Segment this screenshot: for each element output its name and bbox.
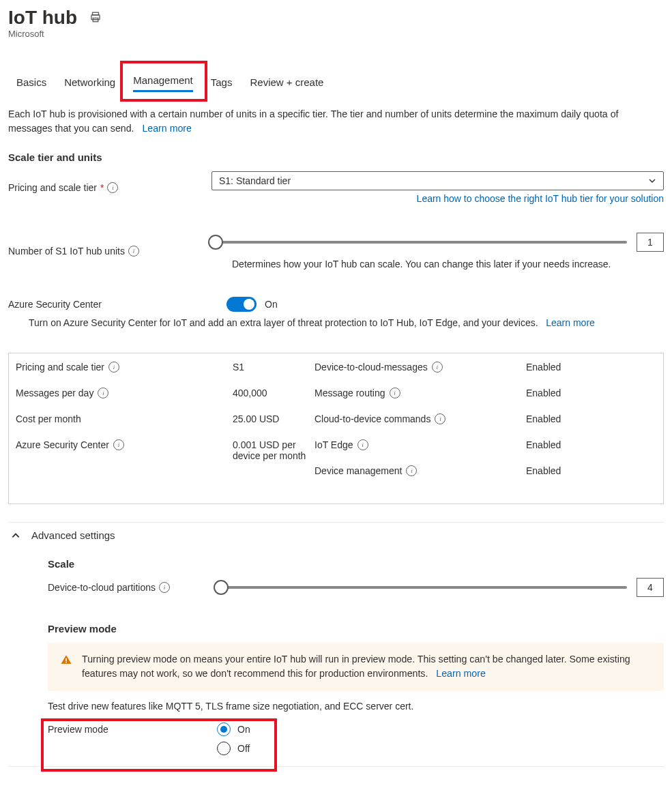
info-icon[interactable] <box>357 439 368 450</box>
svg-rect-3 <box>65 658 67 662</box>
svg-rect-4 <box>65 662 67 663</box>
summary-routing-value: Enabled <box>526 388 587 398</box>
preview-desc: Test drive new features like MQTT 5, TLS… <box>48 701 664 712</box>
info-icon[interactable] <box>108 362 119 373</box>
preview-radio-off-label: Off <box>237 743 250 754</box>
info-icon[interactable] <box>390 388 400 398</box>
summary-d2c-value: Enabled <box>526 362 587 373</box>
scale-heading: Scale tier and units <box>8 151 664 163</box>
info-icon[interactable] <box>435 413 445 424</box>
info-icon[interactable] <box>406 465 417 476</box>
intro-paragraph: Each IoT hub is provisioned with a certa… <box>8 108 619 134</box>
partitions-label: Device-to-cloud partitions <box>48 582 156 593</box>
bottom-divider <box>8 766 664 767</box>
summary-devmgmt-value: Enabled <box>526 465 587 476</box>
advanced-heading: Advanced settings <box>31 529 115 541</box>
preview-warning-banner: Turning preview mode on means your entir… <box>48 643 664 691</box>
security-learn-more-link[interactable]: Learn more <box>546 317 595 328</box>
tabs: Basics Networking Management Tags Review… <box>8 70 664 92</box>
summary-cost-value: 25.00 USD <box>233 413 315 424</box>
preview-mode-label: Preview mode <box>48 724 108 735</box>
preview-radio-on-label: On <box>237 724 250 735</box>
security-center-state: On <box>265 299 278 310</box>
slider-thumb[interactable] <box>208 235 223 250</box>
units-label: Number of S1 IoT hub units <box>8 246 125 257</box>
summary-messages-value: 400,000 <box>233 388 315 398</box>
info-icon[interactable] <box>98 388 108 398</box>
summary-iotedge-value: Enabled <box>526 439 587 450</box>
summary-asc-value: 0.001 USD per device per month <box>233 439 308 461</box>
summary-asc-label: Azure Security Center <box>16 439 109 450</box>
summary-box: Pricing and scale tier S1 Device-to-clou… <box>8 353 664 504</box>
units-value-box[interactable]: 1 <box>637 233 664 252</box>
print-icon[interactable] <box>89 11 102 25</box>
summary-iotedge-label: IoT Edge <box>315 439 353 450</box>
tab-tags[interactable]: Tags <box>211 72 233 92</box>
advanced-settings-toggle[interactable]: Advanced settings <box>8 522 664 549</box>
pricing-help-link[interactable]: Learn how to choose the right IoT hub ti… <box>417 193 664 204</box>
info-icon[interactable] <box>159 582 170 593</box>
preview-warning-text: Turning preview mode on means your entir… <box>82 654 630 679</box>
summary-c2d-value: Enabled <box>526 413 587 424</box>
summary-pricing-tier-value: S1 <box>233 362 315 373</box>
preview-radio-off[interactable] <box>217 742 231 755</box>
preview-warning-learn-more[interactable]: Learn more <box>436 668 486 679</box>
security-center-desc: Turn on Azure Security Center for IoT an… <box>29 317 538 328</box>
summary-cost-label: Cost per month <box>16 413 81 424</box>
preview-mode-heading: Preview mode <box>48 623 664 634</box>
intro-learn-more-link[interactable]: Learn more <box>142 123 192 134</box>
security-center-toggle[interactable] <box>227 297 257 312</box>
tab-review-create[interactable]: Review + create <box>250 72 323 92</box>
warning-icon <box>60 654 72 666</box>
chevron-up-icon <box>11 531 20 540</box>
pricing-tier-select[interactable]: S1: Standard tier <box>211 171 664 190</box>
tab-networking[interactable]: Networking <box>64 72 115 92</box>
adv-scale-heading: Scale <box>48 558 664 570</box>
info-icon[interactable] <box>432 362 443 373</box>
info-icon[interactable] <box>107 182 118 193</box>
summary-pricing-tier-label: Pricing and scale tier <box>16 362 104 373</box>
security-center-label: Azure Security Center <box>8 299 102 310</box>
summary-d2c-label: Device-to-cloud-messages <box>315 362 428 373</box>
preview-radio-on[interactable] <box>217 723 231 736</box>
tab-management[interactable]: Management <box>133 70 193 92</box>
required-star: * <box>100 182 104 193</box>
intro-text: Each IoT hub is provisioned with a certa… <box>8 107 664 135</box>
summary-devmgmt-label: Device management <box>315 465 402 476</box>
summary-messages-label: Messages per day <box>16 388 93 398</box>
partitions-value-box[interactable]: 4 <box>637 578 664 597</box>
chevron-down-icon <box>648 177 656 185</box>
units-helper: Determines how your IoT hub can scale. Y… <box>232 259 664 269</box>
pricing-tier-value: S1: Standard tier <box>219 175 291 186</box>
page-subtitle: Microsoft <box>8 29 664 39</box>
summary-c2d-label: Cloud-to-device commands <box>315 413 430 424</box>
info-icon[interactable] <box>128 246 139 257</box>
partitions-slider[interactable] <box>217 586 627 589</box>
page-title: IoT hub <box>8 7 77 29</box>
units-slider[interactable] <box>211 241 627 244</box>
slider-thumb[interactable] <box>214 580 229 595</box>
toggle-knob <box>244 299 254 310</box>
pricing-tier-label: Pricing and scale tier <box>8 182 97 193</box>
tab-basics[interactable]: Basics <box>16 72 46 92</box>
info-icon[interactable] <box>113 439 124 450</box>
summary-routing-label: Message routing <box>315 388 385 398</box>
radio-dot <box>220 726 227 733</box>
